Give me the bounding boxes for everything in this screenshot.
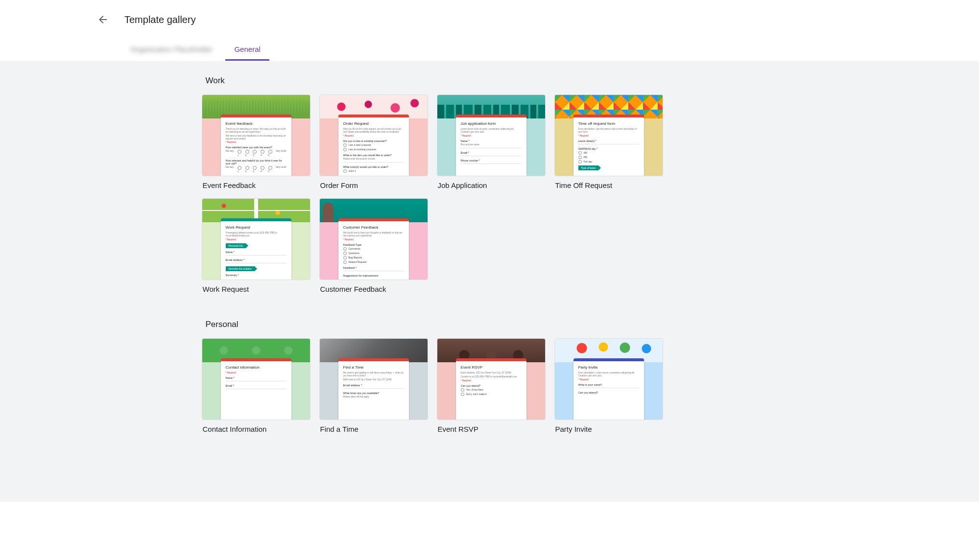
form-preview-helper-text: Please select all that apply. [343,396,404,398]
template-card[interactable]: Order RequestAfter you fill out this ord… [319,94,428,189]
form-preview-title: Party Invite [578,365,639,370]
template-name-label: Find a Time [319,425,428,433]
form-preview-question: Can you attend? [461,384,522,387]
form-preview-question: Email address * [226,258,287,261]
template-name-label: Job Application [437,181,546,189]
form-preview-title: Contact information [226,365,287,370]
form-preview-question: Name * [461,140,522,142]
template-card[interactable]: Job application formLorem ipsum dolor si… [437,94,546,189]
form-preview-description: We would love to hear your thoughts or f… [343,232,404,237]
tab-general[interactable]: General [225,39,269,61]
form-preview-title: Customer Feedback [343,225,404,230]
form-preview-helper-text: Contact us at (123) 456–7890 or my.email… [461,375,522,378]
form-preview-helper-text: Please enter the product number [343,158,404,161]
form-preview-question: Leave date(s) * [578,140,639,142]
form-preview-description: Event address: 123 Your Street Your City… [461,372,522,374]
template-thumbnail: Customer FeedbackWe would love to hear y… [319,198,428,280]
form-preview-radio-option: I am a new customer [343,143,404,147]
tab-organization[interactable]: Organization Placeholder [121,39,221,61]
form-preview-section-chip: Personal info [226,243,246,248]
template-name-label: Customer Feedback [319,285,428,293]
template-card[interactable]: Event RSVPEvent address: 123 Your Street… [437,338,546,433]
form-preview-question: Email address * [343,384,404,387]
form-preview-title: Event RSVP [461,365,522,370]
tabs-row: Organization Placeholder General [0,39,979,61]
template-thumbnail: Event RSVPEvent address: 123 Your Street… [437,338,546,420]
form-preview-radio-option: Yes, I'll be there [461,388,522,392]
form-preview-section-chip: Type of leave [578,165,599,170]
form-preview-question: What times are you available? [343,392,404,395]
form-preview-section-chip: Describe the problem [226,266,255,271]
form-preview-input-underline [226,381,287,381]
form-preview-input-underline [226,263,287,263]
form-preview-title: Job application form [461,121,522,126]
template-card[interactable]: Contact information* RequiredName *Email… [202,338,310,433]
form-preview-required-note: * Required [461,379,522,382]
form-preview-helper-text: First and last name [461,143,522,146]
form-preview-input-underline [461,163,522,164]
form-preview-question: What color(s) would you like to order? [343,165,404,168]
thumbnail-form-paper: Party InviteForm description. Lorem ipsu… [573,358,644,420]
form-preview-description: Lorem ipsum dolor sit amet, consectetur … [461,128,522,134]
form-preview-question: Are you a new or existing customer? [343,140,404,142]
header-bar: Template gallery [0,0,979,39]
form-preview-description: We need to get together to talk about so… [343,372,404,377]
form-preview-question: What is the item you would like to order… [343,154,404,157]
form-preview-radio-option: Bug Reports [343,256,404,259]
back-button[interactable] [93,10,113,29]
template-card[interactable]: Find a TimeWe need to get together to ta… [319,338,428,433]
template-thumbnail: Order RequestAfter you fill out this ord… [319,94,428,176]
form-preview-question: Name * [226,251,287,254]
template-card[interactable]: Time off request formForm description. U… [554,94,663,189]
form-preview-description: After you fill out this order request, w… [343,128,404,134]
form-preview-question: Suggestions for improvement [343,274,404,277]
form-preview-question: Summary * [226,274,287,277]
form-preview-question: How relevant and helpful do you think it… [226,159,287,165]
form-preview-radio-option: Questions [343,252,404,255]
form-preview-input-underline [343,388,404,389]
form-preview-radio-option: I am an existing customer [343,148,404,151]
form-preview-description: Form description. Use this area to add a… [578,128,639,134]
thumbnail-form-paper: Customer FeedbackWe would love to hear y… [338,218,409,280]
form-preview-question: What is your name? [578,383,639,386]
section-title: Work [202,73,778,94]
template-thumbnail: Work RequestIf emergency please contact … [202,198,310,280]
form-preview-required-note: * Required [578,378,639,381]
form-preview-helper-text: We'll meet at 123 Your Street Your City,… [343,378,404,381]
form-preview-question: AM/PM/All day * [578,147,639,150]
template-grid: Contact information* RequiredName *Email… [202,338,778,433]
template-card[interactable]: Work RequestIf emergency please contact … [202,198,310,293]
form-preview-required-note: * Required [343,238,404,241]
form-preview-description: If emergency please contact us at (123) … [226,232,287,237]
form-preview-required-note: * Required [461,135,522,137]
template-section: WorkEvent feedbackThank you for attendin… [196,73,784,293]
form-preview-input-underline [461,156,522,156]
template-card[interactable]: Event feedbackThank you for attending ou… [202,94,310,189]
template-grid: Event feedbackThank you for attending ou… [202,94,778,293]
form-preview-radio-option: color 1 [343,169,404,173]
template-card[interactable]: Customer FeedbackWe would love to hear y… [319,198,428,293]
section-title: Personal [202,317,778,338]
form-preview-input-underline [461,148,522,148]
form-preview-required-note: * Required [226,238,287,241]
thumbnail-form-paper: Contact information* RequiredName *Email… [221,358,291,420]
template-name-label: Time Off Request [554,181,663,189]
template-thumbnail: Event feedbackThank you for attending ou… [202,94,310,176]
thumbnail-form-paper: Time off request formForm description. U… [573,115,644,176]
form-preview-required-note: * Required [226,372,287,374]
form-preview-question: How satisfied were you with the event? [226,146,287,149]
template-card[interactable]: Party InviteForm description. Lorem ipsu… [554,338,663,433]
thumbnail-form-paper: Event feedbackThank you for attending ou… [221,115,291,176]
form-preview-scale: Not very12345Very much [226,166,287,173]
form-preview-title: Order Request [343,121,404,126]
form-preview-input-underline [226,255,287,256]
content-area: WorkEvent feedbackThank you for attendin… [0,61,979,502]
thumbnail-form-paper: Work RequestIf emergency please contact … [221,218,291,280]
template-thumbnail: Job application formLorem ipsum dolor si… [437,94,546,176]
template-thumbnail: Contact information* RequiredName *Email… [202,338,310,420]
thumbnail-form-paper: Order RequestAfter you fill out this ord… [338,115,409,176]
form-preview-radio-option: PM [578,156,639,159]
form-preview-title: Work Request [226,225,287,230]
form-preview-question: Email * [461,151,522,154]
template-thumbnail: Find a TimeWe need to get together to ta… [319,338,428,420]
